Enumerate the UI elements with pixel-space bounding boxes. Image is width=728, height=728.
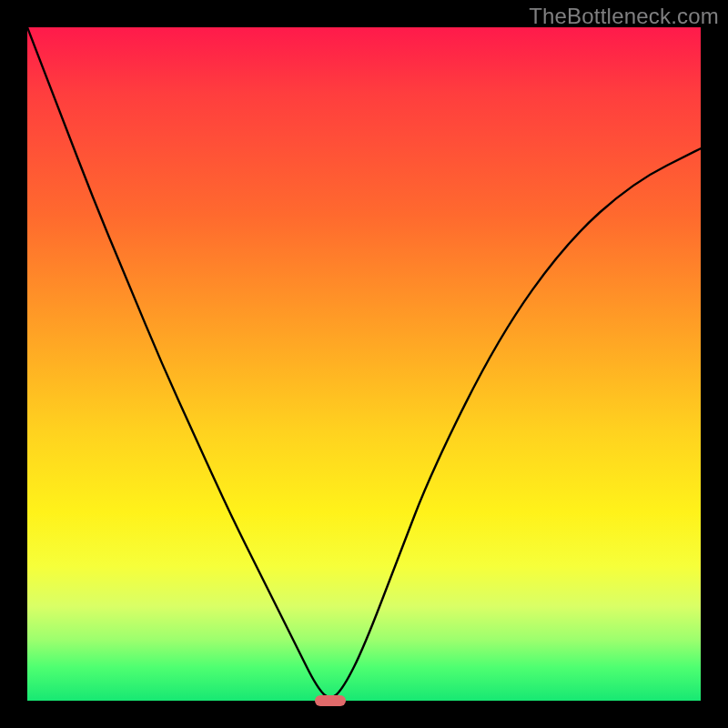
watermark-text: TheBottleneck.com xyxy=(529,4,719,29)
chart-frame: TheBottleneck.com xyxy=(0,0,728,728)
plot-area xyxy=(27,27,701,701)
curve-layer xyxy=(27,27,701,701)
bottleneck-curve xyxy=(27,27,701,697)
optimal-marker xyxy=(315,695,345,705)
